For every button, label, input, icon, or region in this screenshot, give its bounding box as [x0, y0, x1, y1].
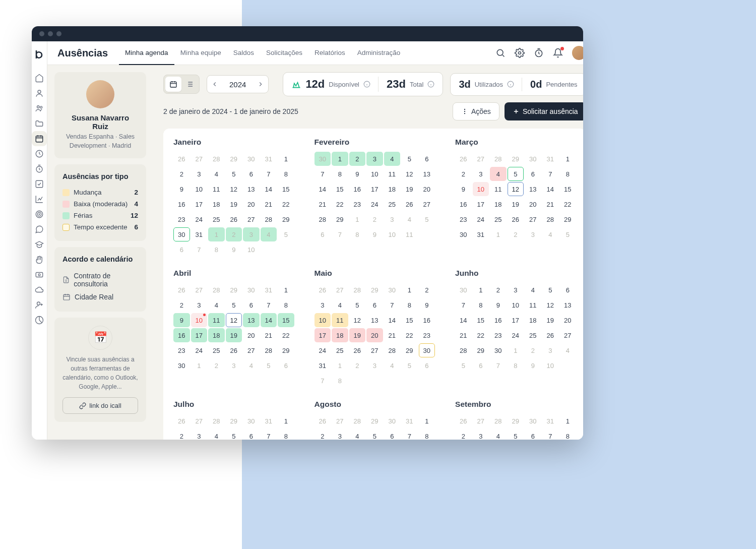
day-cell[interactable]: 27: [559, 328, 576, 342]
day-cell[interactable]: 10: [191, 182, 208, 196]
rail-hand[interactable]: [32, 252, 47, 267]
day-cell[interactable]: 12: [401, 167, 418, 181]
day-cell[interactable]: 5: [508, 167, 524, 181]
day-cell[interactable]: 3: [366, 152, 383, 166]
day-cell[interactable]: 27: [366, 343, 383, 357]
day-cell[interactable]: 4: [208, 429, 225, 440]
day-cell[interactable]: 31: [261, 283, 277, 297]
day-cell[interactable]: 2: [508, 227, 524, 241]
day-cell[interactable]: 28: [490, 152, 507, 166]
day-cell[interactable]: 8: [278, 298, 294, 312]
day-cell[interactable]: 17: [473, 197, 489, 211]
day-cell[interactable]: 26: [401, 197, 418, 211]
day-cell[interactable]: 22: [401, 328, 418, 342]
search-icon[interactable]: [495, 48, 506, 58]
rail-user-plus[interactable]: [32, 297, 47, 313]
agreement-item[interactable]: Contrato de consultoria: [62, 269, 138, 290]
day-cell[interactable]: 17: [366, 182, 383, 196]
day-cell[interactable]: 28: [208, 152, 225, 166]
day-cell[interactable]: 29: [226, 152, 242, 166]
type-row[interactable]: Mudança2: [62, 187, 138, 198]
rail-user[interactable]: [32, 86, 47, 101]
day-cell[interactable]: 23: [349, 197, 366, 211]
day-cell[interactable]: 20: [525, 197, 541, 211]
day-cell[interactable]: 19: [349, 328, 366, 342]
day-cell[interactable]: 8: [332, 374, 348, 388]
day-cell[interactable]: 3: [384, 212, 401, 226]
day-cell[interactable]: 17: [508, 313, 524, 327]
day-cell[interactable]: 11: [384, 167, 401, 181]
day-cell[interactable]: 6: [173, 242, 190, 257]
day-cell[interactable]: 21: [455, 328, 472, 342]
day-cell[interactable]: 5: [226, 167, 242, 181]
day-cell[interactable]: 4: [542, 227, 559, 241]
day-cell[interactable]: 3: [191, 167, 208, 181]
day-cell[interactable]: 24: [508, 328, 524, 342]
day-cell[interactable]: 3: [473, 429, 489, 440]
day-cell[interactable]: 1: [559, 152, 576, 166]
day-cell[interactable]: 9: [173, 313, 190, 327]
day-cell[interactable]: 7: [401, 429, 418, 440]
bell-icon[interactable]: [553, 48, 563, 58]
day-cell[interactable]: 2: [419, 283, 435, 297]
day-cell[interactable]: 8: [401, 298, 418, 312]
day-cell[interactable]: 28: [208, 414, 225, 428]
request-absence-button[interactable]: Solicitar ausência: [505, 102, 583, 120]
day-cell[interactable]: 1: [191, 358, 208, 373]
day-cell[interactable]: 1: [490, 227, 507, 241]
rail-folder[interactable]: [32, 116, 47, 131]
day-cell[interactable]: 22: [332, 197, 348, 211]
day-cell[interactable]: 26: [349, 343, 366, 357]
day-cell[interactable]: 5: [278, 227, 294, 241]
day-cell[interactable]: 29: [278, 212, 294, 226]
day-cell[interactable]: 18: [332, 328, 348, 342]
agreement-item[interactable]: Cidade Real: [62, 290, 138, 303]
day-cell[interactable]: 30: [455, 283, 472, 297]
day-cell[interactable]: 21: [314, 197, 331, 211]
day-cell[interactable]: 2: [349, 358, 366, 373]
day-cell[interactable]: 20: [243, 197, 260, 211]
day-cell[interactable]: 4: [490, 167, 507, 181]
day-cell[interactable]: 4: [490, 429, 507, 440]
day-cell[interactable]: 1: [278, 414, 294, 428]
day-cell[interactable]: 20: [559, 313, 576, 327]
actions-button[interactable]: Ações: [453, 102, 499, 120]
window-controls[interactable]: [39, 31, 61, 36]
type-row[interactable]: Tempo excedente6: [62, 221, 138, 233]
day-cell[interactable]: 26: [173, 152, 190, 166]
day-cell[interactable]: 6: [384, 429, 401, 440]
day-cell[interactable]: 11: [208, 182, 225, 196]
day-cell[interactable]: 2: [455, 429, 472, 440]
day-cell[interactable]: 31: [261, 152, 277, 166]
day-cell[interactable]: 13: [366, 313, 383, 327]
day-cell[interactable]: 19: [508, 197, 524, 211]
day-cell[interactable]: 28: [455, 343, 472, 357]
day-cell[interactable]: 28: [384, 343, 401, 357]
day-cell[interactable]: 5: [349, 298, 366, 312]
type-row[interactable]: Baixa (moderada)4: [62, 198, 138, 210]
day-cell[interactable]: 20: [366, 328, 383, 342]
day-cell[interactable]: 2: [226, 227, 242, 241]
rail-chat[interactable]: [32, 222, 47, 237]
day-cell[interactable]: 5: [366, 429, 383, 440]
day-cell[interactable]: 6: [243, 167, 260, 181]
day-cell[interactable]: 26: [314, 283, 331, 297]
day-cell[interactable]: 6: [473, 358, 489, 373]
day-cell[interactable]: 3: [191, 429, 208, 440]
day-cell[interactable]: 13: [525, 182, 541, 196]
day-cell[interactable]: 25: [384, 197, 401, 211]
day-cell[interactable]: 21: [261, 197, 277, 211]
day-cell[interactable]: 4: [384, 358, 401, 373]
day-cell[interactable]: 1: [208, 227, 225, 241]
day-cell[interactable]: 15: [278, 313, 294, 327]
day-cell[interactable]: 4: [401, 212, 418, 226]
day-cell[interactable]: 28: [208, 283, 225, 297]
day-cell[interactable]: 10: [508, 298, 524, 312]
day-cell[interactable]: 26: [508, 212, 524, 226]
rail-clock[interactable]: [32, 146, 47, 161]
day-cell[interactable]: 3: [191, 298, 208, 312]
day-cell[interactable]: 5: [226, 298, 242, 312]
day-cell[interactable]: 25: [332, 343, 348, 357]
day-cell[interactable]: 6: [314, 227, 331, 241]
day-cell[interactable]: 2: [173, 167, 190, 181]
